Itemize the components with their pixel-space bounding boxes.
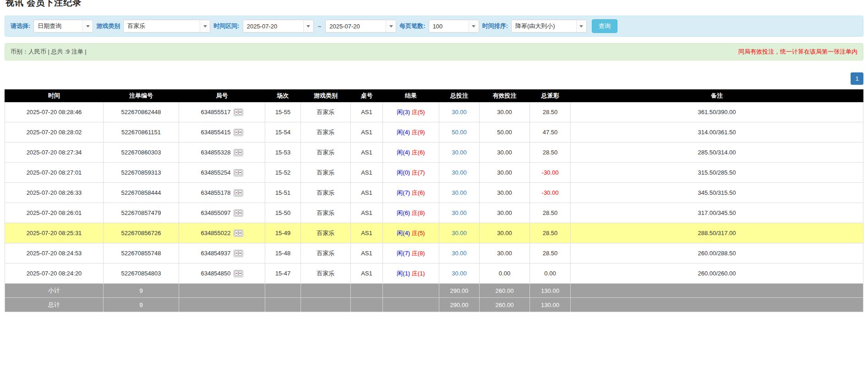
cell-session: 15-47 [265,264,301,284]
date-range-label: 时间区间: [213,22,239,30]
cell-table-no: AS1 [351,264,383,284]
cell-time: 2025-07-20 08:28:02 [5,122,104,143]
cell-result: 闲(1) 庄(1) [383,264,439,284]
view-cards-icon[interactable] [234,169,243,176]
total-bet-link[interactable]: 50.00 [452,129,467,136]
view-cards-icon[interactable] [234,209,243,217]
date-from-select[interactable]: 2025-07-20 [243,20,314,33]
subtotal-count: 9 [104,284,179,298]
result-banker: 庄(7) [412,169,425,176]
cell-note: 361.50/390.00 [571,102,863,122]
cell-table-no: AS1 [351,203,383,223]
cell-bet-id: 522670858444 [104,183,179,203]
pagination: 1 [5,72,863,85]
date-to-value: 2025-07-20 [329,23,360,30]
view-cards-icon[interactable] [234,149,243,156]
view-cards-icon[interactable] [234,270,243,277]
cell-payout: 0.00 [530,264,571,284]
cell-session: 15-52 [265,163,301,183]
cell-valid-bet: 50.00 [480,122,530,143]
cell-round-id: 634855178 [179,183,265,203]
total-bet-link[interactable]: 30.00 [452,270,467,277]
subtotal-valid-bet: 260.00 [480,284,530,298]
result-player: 闲(6) [397,209,410,216]
chevron-down-icon [303,20,313,32]
cell-table-no: AS1 [351,183,383,203]
total-bet-link[interactable]: 30.00 [452,230,467,236]
cell-payout: 28.50 [530,203,571,223]
grand-total-count: 9 [104,298,179,312]
result-banker: 庄(6) [412,189,425,196]
round-id-text: 634855254 [201,169,230,176]
cell-total-bet: 30.00 [439,102,480,122]
cell-payout: -30.00 [530,163,571,183]
view-cards-icon[interactable] [234,189,243,197]
cell-round-id: 634854850 [179,264,265,284]
grand-total-total-bet: 290.00 [439,298,480,312]
round-id-text: 634855097 [201,209,230,216]
cell-valid-bet: 30.00 [480,143,530,163]
view-cards-icon[interactable] [234,230,243,237]
cell-time: 2025-07-20 08:25:31 [5,223,104,243]
table-row: 2025-07-20 08:28:02 522670861151 6348554… [5,122,863,143]
header-total-bet: 总投注 [439,90,480,102]
total-bet-link[interactable]: 30.00 [452,250,467,257]
sort-order-select[interactable]: 降幂(由大到小) [511,20,587,33]
search-button[interactable]: 查询 [592,19,617,33]
header-table-no: 桌号 [351,90,383,102]
cell-game-type: 百家乐 [301,163,351,183]
result-banker: 庄(5) [412,230,425,236]
cell-total-bet: 30.00 [439,243,480,264]
date-from-value: 2025-07-20 [247,23,278,30]
view-cards-icon[interactable] [234,129,243,136]
per-page-select[interactable]: 100 [429,20,479,33]
cell-session: 15-54 [265,122,301,143]
total-bet-link[interactable]: 30.00 [452,149,467,156]
total-bet-link[interactable]: 30.00 [452,209,467,216]
total-bet-link[interactable]: 30.00 [452,109,467,115]
game-type-select[interactable]: 百家乐 [123,20,210,33]
cell-note: 285.50/314.00 [571,143,863,163]
cell-valid-bet: 30.00 [480,203,530,223]
round-id-text: 634855328 [201,149,230,156]
cell-game-type: 百家乐 [301,243,351,264]
view-cards-icon[interactable] [234,250,243,257]
total-bet-link[interactable]: 30.00 [452,169,467,176]
info-bar: 币别：人民币 | 总共 :9 注单 | 同局有效投注，统一计算在该局第一张注单内 [5,43,863,60]
cell-game-type: 百家乐 [301,102,351,122]
result-banker: 庄(5) [412,109,425,115]
view-cards-icon[interactable] [234,109,243,116]
round-id-text: 634855517 [201,109,230,115]
subtotal-label: 小计 [5,284,104,298]
chevron-down-icon [386,20,396,32]
cell-time: 2025-07-20 08:26:01 [5,203,104,223]
cell-table-no: AS1 [351,122,383,143]
cell-valid-bet: 30.00 [480,223,530,243]
header-game-type: 游戏类别 [301,90,351,102]
cell-session: 15-49 [265,223,301,243]
subtotal-payout: 130.00 [530,284,571,298]
bet-records-table: 时间 注单编号 局号 场次 游戏类别 桌号 结果 总投注 有效投注 总派彩 备注… [5,89,863,312]
cell-table-no: AS1 [351,223,383,243]
cell-total-bet: 30.00 [439,183,480,203]
cell-round-id: 634855415 [179,122,265,143]
cell-valid-bet: 30.00 [480,243,530,264]
table-row: 2025-07-20 08:28:46 522670862448 6348555… [5,102,863,122]
cell-result: 闲(4) 庄(5) [383,223,439,243]
cell-note: 260.00/260.00 [571,264,863,284]
cell-time: 2025-07-20 08:24:53 [5,243,104,264]
header-round-id: 局号 [179,90,265,102]
page-1-button[interactable]: 1 [851,72,863,85]
cell-table-no: AS1 [351,143,383,163]
cell-table-no: AS1 [351,163,383,183]
filter-bar: 请选择: 日期查询 游戏类别 百家乐 时间区间: 2025-07-20 ~ 20… [5,16,863,37]
cell-total-bet: 30.00 [439,264,480,284]
date-to-select[interactable]: 2025-07-20 [325,20,396,33]
cell-payout: 28.50 [530,143,571,163]
cell-total-bet: 30.00 [439,223,480,243]
cell-round-id: 634855097 [179,203,265,223]
round-id-text: 634854937 [201,250,230,257]
total-bet-link[interactable]: 30.00 [452,189,467,196]
query-type-select[interactable]: 日期查询 [33,20,93,33]
cell-session: 15-50 [265,203,301,223]
